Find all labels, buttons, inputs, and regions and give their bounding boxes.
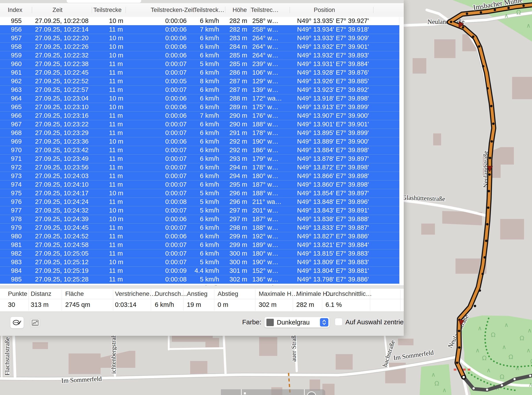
table-row[interactable]: 96127.09.25, 10:22:4511 m0:00:076 km/h28… — [0, 68, 399, 77]
cell-hoehe: 298 m — [225, 224, 250, 232]
track-endpoint — [462, 376, 465, 379]
svg-text:∧: ∧ — [478, 325, 482, 332]
cell-hoehe: 287 m — [225, 77, 250, 86]
cell-richtung: 180° w… — [250, 172, 290, 180]
cell-hoehe: 288 m — [225, 94, 250, 103]
table-row[interactable]: 97727.09.25, 10:24:3210 m0:00:075 km/h29… — [0, 206, 399, 215]
svg-text:Ω: Ω — [435, 380, 439, 387]
table-row[interactable]: 95627.09.25, 10:22:1411 m0:00:067 km/h28… — [0, 25, 399, 34]
column-header-index[interactable]: Index — [8, 3, 22, 17]
cell-teilstrecke: 11 m — [92, 68, 126, 77]
cell-zeit: 27.09.25, 10:24:45 — [32, 224, 92, 232]
cell-zeit: 27.09.25, 10:22:32 — [32, 51, 92, 60]
svg-text:∧: ∧ — [502, 344, 506, 350]
track-inspector-panel: Index Zeit Teilstrecke Teilstrecken-Zeit… — [0, 0, 404, 336]
summary-label: Anstieg — [187, 289, 207, 299]
table-row[interactable]: 97027.09.25, 10:23:4211 m0:00:076 km/h29… — [0, 146, 399, 154]
cell-position: N49° 13.809' E7° 39.883' — [290, 258, 373, 266]
cell-hoehe: 292 m — [225, 137, 250, 146]
cell-richtung: 139° w… — [250, 86, 290, 94]
cell-richtung: 201° w… — [250, 206, 290, 215]
center-on-selection-checkbox[interactable] — [335, 318, 342, 326]
table-row[interactable]: 97227.09.25, 10:23:5611 m0:00:076 km/h29… — [0, 163, 399, 172]
cell-geschwindigkeit: 7 km/h — [193, 112, 225, 120]
cell-teilstrecke: 10 m — [92, 103, 126, 111]
cell-teilstrecken_zeit: 0:00:07 — [126, 224, 193, 232]
cell-geschwindigkeit: 8 km/h — [193, 77, 225, 86]
table-row[interactable]: 98027.09.25, 10:24:5211 m0:00:066 km/h29… — [0, 232, 399, 241]
cell-richtung: 172° wa… — [250, 94, 290, 103]
cell-position: N49° 13.854' E7° 39.897' — [290, 189, 373, 198]
table-row[interactable]: 96927.09.25, 10:23:3610 m0:00:066 km/h29… — [0, 137, 399, 146]
table-row[interactable]: 96627.09.25, 10:23:1611 m0:00:067 km/h29… — [0, 111, 399, 120]
cell-teilstrecke: 11 m — [92, 25, 126, 34]
cell-richtung: 175° w… — [250, 103, 290, 111]
table-row[interactable]: 95527.09.25, 10:22:0810 m0:00:066 km/h28… — [0, 17, 399, 25]
cell-geschwindigkeit: 6 km/h — [193, 34, 225, 42]
cell-index: 970 — [0, 146, 22, 154]
table-row[interactable]: 95727.09.25, 10:22:2010 m0:00:066 km/h28… — [0, 34, 399, 42]
track-points-button[interactable] — [10, 317, 24, 329]
cell-teilstrecken_zeit: 0:00:07 — [126, 172, 193, 180]
cell-teilstrecken_zeit: 0:00:06 — [126, 17, 193, 25]
table-row[interactable]: 96027.09.25, 10:22:3811 m0:00:075 km/h28… — [0, 60, 399, 68]
cell-teilstrecke: 10 m — [92, 206, 126, 215]
cell-geschwindigkeit: 5 km/h — [193, 258, 225, 266]
table-scrollbar-track[interactable] — [399, 17, 404, 285]
summary-value: 6 km/h — [155, 299, 174, 312]
cell-zeit: 27.09.25, 10:22:14 — [32, 25, 92, 34]
table-row[interactable]: 97127.09.25, 10:23:4911 m0:00:076 km/h29… — [0, 154, 399, 163]
table-row[interactable]: 97827.09.25, 10:24:3910 m0:00:066 km/h29… — [0, 215, 399, 223]
cell-hoehe: 285 m — [225, 51, 250, 60]
cell-hoehe: 301 m — [225, 267, 250, 275]
table-row[interactable]: 97327.09.25, 10:24:0311 m0:00:076 km/h29… — [0, 172, 399, 180]
elevation-profile-button[interactable] — [30, 318, 40, 327]
cell-index: 977 — [0, 206, 22, 215]
table-row[interactable]: 98527.09.25, 10:25:2811 m0:00:085 km/h30… — [0, 275, 399, 284]
cell-zeit: 27.09.25, 10:24:10 — [32, 181, 92, 189]
track-table-body[interactable]: 95527.09.25, 10:22:0810 m0:00:066 km/h28… — [0, 17, 399, 285]
cell-geschwindigkeit: 7 km/h — [193, 25, 225, 34]
cell-position: N49° 13.933' E7° 39.909' — [290, 34, 373, 42]
cell-index: 972 — [0, 163, 22, 172]
column-header-zeit[interactable]: Zeit — [52, 3, 62, 17]
table-row[interactable]: 97627.09.25, 10:24:2411 m0:00:085 km/h29… — [0, 198, 399, 206]
table-row[interactable]: 96227.09.25, 10:22:5211 m0:00:058 km/h28… — [0, 77, 399, 86]
column-header-position[interactable]: Position — [314, 3, 335, 17]
table-row[interactable]: 98427.09.25, 10:25:1911 m0:00:094.4 km/h… — [0, 266, 399, 275]
color-popup-button[interactable]: Dunkelgrau — [264, 317, 330, 328]
cell-zeit: 27.09.25, 10:25:12 — [32, 258, 92, 266]
table-row[interactable]: 96727.09.25, 10:23:2211 m0:00:076 km/h29… — [0, 120, 399, 129]
table-row[interactable]: 95827.09.25, 10:22:2610 m0:00:066 km/h28… — [0, 42, 399, 51]
summary-value: 2745 qm — [65, 299, 90, 312]
cell-position: N49° 13.918' E7° 39.898' — [290, 94, 373, 103]
table-row[interactable]: 96527.09.25, 10:23:1010 m0:00:066 km/h28… — [0, 103, 399, 111]
table-row[interactable]: 98227.09.25, 10:25:0511 m0:00:076 km/h30… — [0, 249, 399, 258]
cell-zeit: 27.09.25, 10:24:39 — [32, 215, 92, 223]
table-row[interactable]: 96327.09.25, 10:22:5711 m0:00:076 km/h28… — [0, 86, 399, 94]
cell-hoehe: 294 m — [225, 163, 250, 172]
column-header-geschwindigkeit[interactable]: Teilstreck… — [193, 3, 224, 17]
table-row[interactable]: 98127.09.25, 10:24:5811 m0:00:076 km/h29… — [0, 241, 399, 249]
table-row[interactable]: 97427.09.25, 10:24:1011 m0:00:076 km/h29… — [0, 180, 399, 189]
cell-index: 981 — [0, 241, 22, 249]
cell-hoehe: 289 m — [225, 103, 250, 111]
table-row[interactable]: 96827.09.25, 10:23:2911 m0:00:076 km/h29… — [0, 129, 399, 137]
cell-hoehe: 290 m — [225, 120, 250, 129]
cell-teilstrecken_zeit: 0:00:07 — [126, 155, 193, 163]
cell-zeit: 27.09.25, 10:23:16 — [32, 112, 92, 120]
column-header-hoehe[interactable]: Höhe — [233, 3, 247, 17]
svg-text:Ω: Ω — [516, 9, 521, 16]
column-header-richtung[interactable]: Teilstrec… — [251, 3, 279, 17]
column-header-teilstrecke[interactable]: Teilstrecke — [93, 3, 122, 17]
table-row[interactable]: 97927.09.25, 10:24:4511 m0:00:076 km/h29… — [0, 223, 399, 232]
cell-zeit: 27.09.25, 10:22:20 — [32, 34, 92, 42]
table-row[interactable]: 96427.09.25, 10:23:0410 m0:00:066 km/h28… — [0, 94, 399, 103]
cell-geschwindigkeit: 6 km/h — [193, 224, 225, 232]
cell-geschwindigkeit: 5 km/h — [193, 275, 225, 284]
column-header-teilstrecken-zeit[interactable]: Teilstrecken-Zeit — [151, 3, 194, 17]
table-row[interactable]: 95927.09.25, 10:22:3210 m0:00:066 km/h28… — [0, 51, 399, 60]
table-row[interactable]: 98327.09.25, 10:25:1210 m0:00:075 km/h30… — [0, 258, 399, 266]
table-row[interactable]: 97527.09.25, 10:24:1710 m0:00:075 km/h29… — [0, 189, 399, 198]
cell-position: N49° 13.923' E7° 39.892' — [290, 86, 373, 94]
